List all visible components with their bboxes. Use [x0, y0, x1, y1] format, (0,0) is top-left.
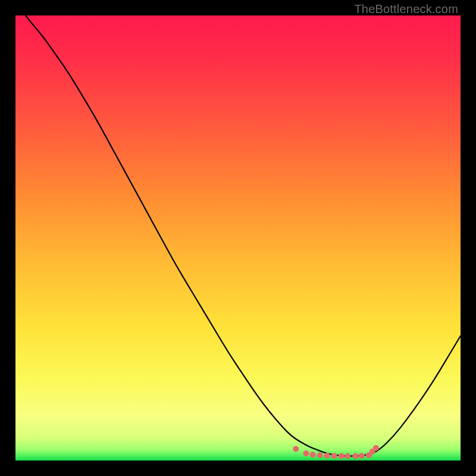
valley-dot [293, 446, 299, 452]
valley-dot [310, 452, 316, 458]
gradient-background [15, 15, 461, 461]
valley-dot [359, 453, 365, 459]
valley-dot [352, 453, 358, 459]
outer-frame: TheBottleneck.com [0, 0, 476, 476]
valley-dot [345, 453, 350, 459]
valley-dot [317, 452, 323, 458]
valley-dot [331, 453, 337, 459]
watermark-text: TheBottleneck.com [354, 2, 458, 16]
valley-dot [303, 450, 309, 456]
valley-dot [373, 445, 379, 451]
plot-area [15, 15, 461, 461]
valley-dot [339, 453, 345, 459]
chart-svg [15, 15, 461, 461]
valley-dot [324, 453, 330, 459]
